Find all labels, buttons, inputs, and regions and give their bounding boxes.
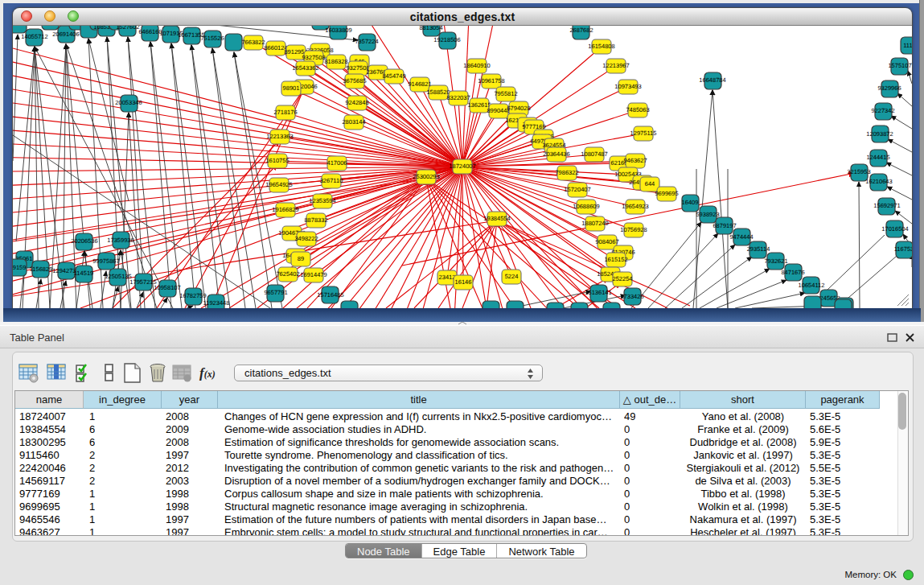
svg-text:3498222: 3498222 — [294, 235, 318, 242]
svg-text:15692971: 15692971 — [873, 202, 900, 209]
svg-text:1244415: 1244415 — [866, 154, 889, 161]
svg-text:1610755: 1610755 — [265, 157, 289, 164]
svg-text:116753: 116753 — [894, 245, 912, 253]
svg-text:23412: 23412 — [439, 274, 456, 281]
svg-text:7357224: 7357224 — [355, 38, 378, 45]
svg-text:2935114: 2935114 — [747, 245, 770, 253]
svg-text:16409: 16409 — [682, 199, 699, 206]
svg-text:98901: 98901 — [283, 84, 300, 92]
svg-text:19166829: 19166829 — [272, 206, 298, 213]
svg-text:9146821: 9146821 — [408, 80, 431, 88]
svg-text:16210643: 16210643 — [865, 178, 892, 185]
svg-text:7663822: 7663822 — [241, 39, 265, 46]
svg-text:15716485: 15716485 — [317, 291, 343, 299]
svg-text:16914479: 16914479 — [300, 271, 326, 278]
svg-text:12505135: 12505135 — [105, 273, 131, 280]
svg-text:15720407: 15720407 — [564, 186, 590, 193]
svg-text:417006: 417006 — [326, 159, 347, 167]
svg-text:16146: 16146 — [455, 278, 472, 286]
svg-text:6794028: 6794028 — [507, 105, 530, 112]
svg-text:10807487: 10807487 — [581, 150, 607, 158]
svg-text:9327508: 9327508 — [302, 54, 325, 61]
svg-text:8186328: 8186328 — [324, 58, 347, 65]
svg-text:18807249: 18807249 — [581, 220, 608, 227]
svg-text:9329966: 9329966 — [877, 84, 901, 92]
svg-text:7986322: 7986322 — [555, 169, 578, 176]
svg-text:644: 644 — [645, 180, 655, 187]
svg-text:39159: 39159 — [13, 264, 26, 271]
svg-text:9699695: 9699695 — [655, 190, 678, 197]
svg-text:10961758: 10961758 — [478, 77, 504, 84]
svg-text:18640910: 18640910 — [463, 62, 490, 69]
svg-text:252254: 252254 — [612, 275, 632, 282]
svg-text:10688609: 10688609 — [573, 203, 599, 210]
svg-text:8878332: 8878332 — [304, 216, 327, 224]
svg-text:17359936: 17359936 — [107, 237, 133, 244]
svg-text:12093872: 12093872 — [866, 130, 893, 138]
svg-text:5938923: 5938923 — [696, 211, 719, 218]
svg-text:9242848: 9242848 — [345, 99, 368, 106]
svg-text:5224: 5224 — [505, 273, 519, 280]
svg-text:1575107: 1575107 — [888, 62, 911, 69]
svg-text:99975867: 99975867 — [92, 257, 119, 265]
svg-text:7955812: 7955812 — [494, 90, 517, 97]
svg-text:10654112: 10654112 — [799, 282, 825, 289]
svg-text:16154808: 16154808 — [588, 43, 614, 50]
svg-text:20206536: 20206536 — [71, 237, 97, 245]
svg-text:12353594: 12353594 — [309, 197, 335, 204]
svg-text:18724007: 18724007 — [449, 163, 475, 170]
svg-text:8813054: 8813054 — [419, 26, 442, 31]
svg-text:20053346: 20053346 — [115, 99, 142, 106]
svg-text:19654923: 19654923 — [622, 203, 648, 210]
svg-text:11923448: 11923448 — [203, 299, 230, 307]
svg-text:9657791: 9657791 — [264, 289, 287, 296]
svg-text:1117: 1117 — [903, 42, 912, 49]
svg-text:14055712: 14055712 — [21, 33, 47, 40]
svg-text:1733426: 1733426 — [620, 293, 643, 300]
svg-text:2718176: 2718176 — [273, 109, 297, 116]
svg-text:12213967: 12213967 — [602, 62, 629, 69]
svg-text:1615152: 1615152 — [604, 256, 627, 263]
svg-text:114519: 114519 — [74, 270, 93, 277]
svg-text:6879197: 6879197 — [713, 222, 736, 229]
svg-text:9463627: 9463627 — [623, 157, 647, 164]
svg-text:16543362: 16543362 — [292, 64, 318, 72]
svg-text:17957215: 17957215 — [129, 278, 156, 286]
svg-text:89: 89 — [298, 255, 304, 262]
svg-text:3215953: 3215953 — [847, 168, 870, 175]
svg-text:3267110: 3267110 — [320, 177, 343, 184]
svg-text:2803144: 2803144 — [342, 118, 365, 126]
svg-text:7625402: 7625402 — [276, 270, 299, 278]
svg-text:20364436: 20364436 — [543, 150, 569, 158]
svg-text:19654925: 19654925 — [265, 181, 292, 188]
svg-text:1527602: 1527602 — [116, 26, 139, 31]
svg-text:12975115: 12975115 — [630, 130, 657, 137]
svg-text:8322037: 8322037 — [446, 94, 470, 101]
svg-text:17016504: 17016504 — [881, 225, 908, 233]
svg-text:9084067: 9084067 — [595, 238, 618, 245]
svg-text:25300293: 25300293 — [413, 173, 439, 180]
svg-text:7485063: 7485063 — [626, 106, 649, 113]
svg-text:19218506: 19218506 — [433, 36, 460, 43]
svg-text:10958107: 10958107 — [154, 284, 180, 291]
svg-text:20691406: 20691406 — [52, 31, 79, 38]
svg-text:16648784: 16648784 — [699, 76, 725, 84]
svg-text:3675685: 3675685 — [343, 77, 366, 84]
svg-text:12213363: 12213363 — [266, 133, 293, 140]
svg-text:8454749: 8454749 — [382, 72, 405, 80]
svg-text:10756928: 10756928 — [620, 226, 647, 233]
svg-text:16782759: 16782759 — [179, 292, 206, 299]
svg-text:9227342: 9227342 — [871, 107, 894, 114]
svg-text:16033809: 16033809 — [325, 27, 351, 34]
svg-text:19384554: 19384554 — [483, 215, 510, 222]
svg-text:7515526: 7515526 — [200, 35, 224, 42]
svg-text:15136141: 15136141 — [585, 289, 611, 296]
svg-text:7932621: 7932621 — [764, 257, 787, 265]
svg-text:9474444: 9474444 — [729, 233, 753, 241]
svg-text:8471676: 8471676 — [781, 269, 804, 276]
svg-text:2687682: 2687682 — [569, 27, 593, 34]
svg-text:10973493: 10973493 — [614, 83, 641, 90]
svg-text:6466160: 6466160 — [138, 28, 162, 35]
svg-text:1156829: 1156829 — [30, 266, 53, 273]
